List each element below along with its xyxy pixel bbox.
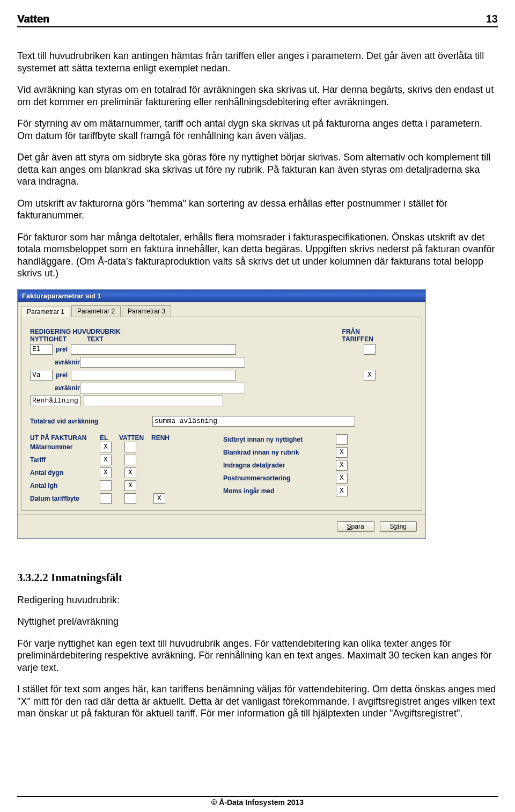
close-button[interactable]: Stäng: [380, 521, 417, 532]
dialog-window: Fakturaparametrar sid 1 Parametrar 1 Par…: [17, 289, 426, 539]
save-button[interactable]: Spara: [337, 521, 374, 532]
row-label: Mätarnummer: [30, 443, 100, 451]
heading-ut-pa-fakturan: UT PÅ FAKTURAN: [30, 434, 100, 442]
paragraph: För varje nyttighet kan egen text till h…: [17, 638, 498, 674]
row-label: Antal dygn: [30, 469, 100, 477]
cell-flag[interactable]: X: [336, 460, 348, 471]
text-input-va-prel[interactable]: [71, 370, 236, 381]
paragraph: För fakturor som har många deltotaler, e…: [17, 231, 498, 280]
paragraph: Vid avräkning kan styras om en totalrad …: [17, 84, 498, 108]
fran-tariffen-va[interactable]: X: [364, 370, 376, 381]
cell-el[interactable]: X: [100, 455, 112, 465]
cell-flag[interactable]: X: [336, 447, 348, 458]
page-footer: © Å-Data Infosystem 2013: [17, 796, 498, 807]
cell-flag[interactable]: X: [336, 473, 348, 484]
tab-parametrar-3[interactable]: Parametrar 3: [122, 305, 171, 317]
nyttighet-input-el[interactable]: El: [30, 344, 53, 355]
row-label: Datum tariffbyte: [30, 495, 100, 502]
label-prel: prel: [56, 371, 68, 379]
col-nyttighet: NYTTIGHET: [30, 335, 67, 343]
cell-vatten[interactable]: X: [124, 480, 136, 491]
label-prel: prel: [56, 346, 68, 353]
paragraph: Om utskrift av fakturorna görs "hemma" k…: [17, 197, 498, 222]
text-input-el-avr[interactable]: [80, 357, 245, 368]
section-heading: 3.3.2.2 Inmatningsfält: [17, 571, 498, 584]
subheading: Redigering huvudrubrik:: [17, 594, 498, 606]
text-input-el-prel[interactable]: [71, 344, 236, 355]
tab-parametrar-1[interactable]: Parametrar 1: [21, 306, 70, 317]
row-label: Sidbryt innan ny nyttighet: [223, 436, 336, 443]
fran-tariffen-el[interactable]: [364, 344, 376, 355]
text-input-va-avr[interactable]: [80, 383, 245, 393]
cell-flag[interactable]: [336, 434, 348, 445]
col-el: EL: [100, 434, 119, 442]
cell-vatten[interactable]: [124, 455, 136, 465]
text-input-renh[interactable]: [84, 396, 223, 406]
header-page-number: 13: [486, 13, 498, 25]
subheading: Nyttighet prel/avräkning: [17, 616, 498, 628]
tabpanel: REDIGERING HUVUDRUBRIK NYTTIGHET TEXT FR…: [21, 317, 422, 511]
dialog-titlebar: Fakturaparametrar sid 1: [18, 290, 425, 302]
cell-flag[interactable]: X: [336, 486, 348, 496]
header-title: Vatten: [17, 13, 49, 25]
page-header: Vatten 13: [17, 13, 498, 27]
cell-el[interactable]: [100, 493, 112, 504]
row-label: Postnummersortering: [223, 474, 336, 482]
row-label: Blankrad innan ny rubrik: [223, 449, 336, 456]
heading-redigering: REDIGERING HUVUDRUBRIK: [30, 328, 121, 335]
cell-vatten[interactable]: [124, 493, 136, 504]
cell-vatten[interactable]: [124, 442, 136, 452]
cell-el[interactable]: X: [100, 442, 112, 452]
tabstrip: Parametrar 1 Parametrar 2 Parametrar 3: [18, 302, 425, 317]
body-text: Text till huvudrubriken kan antingen häm…: [17, 50, 498, 280]
totalrad-input[interactable]: summa avläsning: [152, 416, 355, 427]
tab-parametrar-2[interactable]: Parametrar 2: [71, 305, 121, 317]
col-renh: RENH: [151, 434, 170, 442]
col-tariffen: TARIFFEN: [342, 335, 373, 343]
row-label: Indragna detaljrader: [223, 462, 336, 469]
cell-el[interactable]: [100, 480, 112, 491]
row-label: Antal lgh: [30, 482, 100, 489]
label-totalrad: Totalrad vid avräkning: [30, 418, 152, 425]
button-bar: Spara Stäng: [18, 514, 425, 538]
paragraph: Text till huvudrubriken kan antingen häm…: [17, 50, 498, 74]
paragraph: I stället för text som anges här, kan ta…: [17, 683, 498, 720]
row-label: Tariff: [30, 456, 100, 464]
paragraph: För styrning av om mätarnummer, tariff o…: [17, 118, 498, 142]
nyttighet-input-va[interactable]: Va: [30, 370, 53, 381]
cell-vatten[interactable]: X: [124, 467, 136, 478]
col-vatten: VATTEN: [119, 434, 151, 442]
paragraph: Det går även att styra om sidbryte ska g…: [17, 151, 498, 188]
cell-renh[interactable]: X: [153, 493, 165, 504]
col-text: TEXT: [87, 335, 104, 343]
cell-el[interactable]: X: [100, 467, 112, 478]
nyttighet-input-renh[interactable]: Renhållning: [30, 396, 80, 406]
col-fran: FRÅN: [342, 328, 373, 335]
row-label: Moms ingår med: [223, 487, 336, 495]
